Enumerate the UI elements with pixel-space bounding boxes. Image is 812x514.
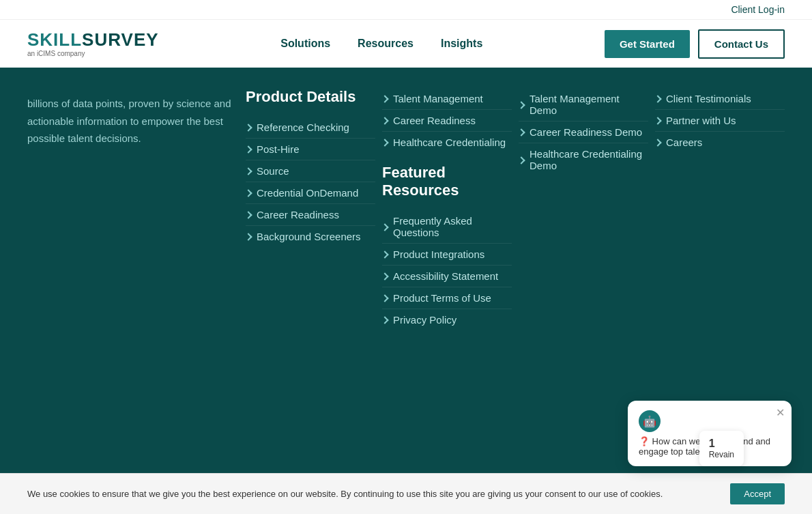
list-item[interactable]: Source [246,160,375,182]
list-item[interactable]: Product Terms of Use [382,287,512,309]
list-item[interactable]: Accessibility Statement [382,266,512,287]
featured-resources-links: Frequently Asked Questions Product Integ… [382,210,512,330]
list-item[interactable]: Background Screeners [246,226,375,247]
nav-resources[interactable]: Resources [358,38,414,50]
client-login-link[interactable]: Client Log-in [731,4,785,15]
demos-links: Talent Management Demo Career Readiness … [519,88,648,176]
featured-resources-header: Featured Resources [382,164,512,199]
logo[interactable]: SKILLSURVEY an iCIMS company [27,31,159,57]
logo-subtitle: an iCIMS company [27,50,159,57]
list-item[interactable]: Talent Management Demo [519,88,648,122]
list-item[interactable]: Client Testimonials [655,88,785,110]
nav-insights[interactable]: Insights [441,38,482,50]
list-item[interactable]: Healthcare Credentialing [382,132,512,153]
list-item[interactable]: Product Integrations [382,244,512,266]
list-item[interactable]: Careers [655,132,785,153]
list-item[interactable]: Healthcare Credentialing Demo [519,143,648,176]
chat-close-icon[interactable]: ✕ [776,406,785,419]
contact-us-button[interactable]: Contact Us [698,29,785,59]
cookie-bar: We use cookies to ensure that we give yo… [0,473,812,514]
chat-avatar-icon: 🤖 [639,410,661,432]
list-item[interactable]: Post-Hire [246,139,375,160]
list-item[interactable]: Career Readiness [246,204,375,226]
solutions-links-col1: Talent Management Career Readiness Healt… [382,88,512,153]
list-item[interactable]: Reference Checking [246,117,375,139]
cookie-text: We use cookies to ensure that we give yo… [27,489,716,499]
list-item[interactable]: Career Readiness Demo [519,122,648,143]
company-links: Client Testimonials Partner with Us Care… [655,88,785,153]
tagline-text: billions of data points, proven by scien… [27,95,246,147]
list-item[interactable]: Talent Management [382,88,512,110]
product-details-links: Reference Checking Post-Hire Source Cred… [246,117,375,247]
get-started-button[interactable]: Get Started [605,30,690,58]
list-item[interactable]: Privacy Policy [382,309,512,330]
nav-solutions[interactable]: Solutions [280,38,330,50]
cookie-accept-button[interactable]: Accept [730,483,785,504]
revain-label: Revain [709,450,734,459]
list-item[interactable]: Frequently Asked Questions [382,210,512,244]
list-item[interactable]: Partner with Us [655,110,785,132]
list-item[interactable]: Credential OnDemand [246,182,375,204]
list-item[interactable]: Career Readiness [382,110,512,132]
revain-widget[interactable]: 1 Revain [699,431,744,466]
product-details-header: Product Details [246,88,375,106]
revain-badge: 1 [709,438,734,450]
